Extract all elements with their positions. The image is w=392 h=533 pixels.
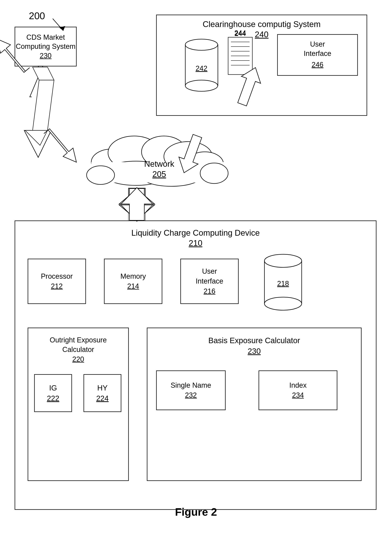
clearinghouse-number: 240	[156, 30, 367, 39]
svg-point-5	[185, 39, 218, 50]
svg-rect-35	[91, 162, 225, 183]
clearinghouse-title: Clearinghouse computig System	[156, 19, 367, 29]
svg-point-34	[140, 164, 203, 186]
cds-number: 230	[40, 51, 51, 60]
ui-216-number: 216	[204, 286, 215, 296]
svg-rect-16	[277, 34, 358, 75]
svg-marker-41	[174, 132, 207, 176]
ig-box: IG 222	[34, 374, 72, 412]
label-244: 244	[228, 30, 252, 38]
svg-point-31	[164, 142, 212, 171]
svg-marker-46	[121, 188, 153, 220]
outright-title: Outright Exposure Calculator 220	[28, 335, 129, 364]
single-name-box: Single Name 232	[156, 371, 225, 410]
svg-text:205: 205	[152, 170, 166, 179]
lccd-number: 210	[15, 238, 376, 248]
index-title: Index	[289, 380, 307, 390]
svg-marker-21	[24, 130, 51, 157]
lccd-title: Liquidity Charge Computing Device	[15, 228, 376, 237]
svg-marker-24	[33, 80, 54, 130]
svg-text:246: 246	[312, 61, 323, 69]
svg-rect-44	[129, 204, 145, 222]
svg-marker-27	[44, 125, 81, 166]
svg-marker-42	[119, 188, 154, 220]
svg-text:Network: Network	[144, 159, 174, 168]
hy-box: HY 224	[84, 374, 121, 412]
index-box: Index 234	[259, 371, 337, 410]
svg-point-29	[108, 136, 160, 170]
hy-number: 224	[96, 393, 109, 404]
svg-rect-22	[32, 96, 53, 131]
processor-box: Processor 212	[28, 259, 86, 304]
memory-box: Memory 214	[104, 259, 162, 304]
svg-text:218: 218	[277, 280, 289, 288]
svg-text:Interface: Interface	[304, 50, 331, 57]
single-name-title: Single Name	[171, 380, 211, 390]
svg-point-53	[264, 297, 302, 310]
svg-point-52	[264, 254, 302, 267]
cds-title-line1: CDS Market	[26, 33, 65, 42]
svg-marker-40	[232, 64, 265, 108]
cds-box: CDS Market Computing System 230	[15, 27, 76, 66]
cds-title-line2: Computing System	[16, 42, 75, 51]
svg-text:User: User	[310, 40, 325, 48]
processor-title: Processor	[41, 271, 73, 281]
memory-title: Memory	[120, 271, 146, 281]
ref-200-label: 200	[29, 10, 45, 21]
ui-216-title-line1: User	[202, 266, 217, 276]
svg-point-32	[186, 152, 224, 176]
hy-title: HY	[97, 383, 108, 393]
svg-point-37	[200, 163, 228, 184]
svg-marker-23	[33, 67, 54, 80]
ig-number: 222	[47, 393, 59, 404]
svg-point-6	[185, 80, 218, 91]
single-name-number: 232	[185, 390, 197, 400]
ui-216-box: User Interface 216	[181, 259, 238, 304]
svg-point-28	[91, 149, 132, 175]
index-number: 234	[292, 390, 304, 400]
svg-marker-25	[25, 130, 47, 145]
ui-216-title-line2: Interface	[196, 276, 223, 286]
svg-point-36	[87, 166, 115, 184]
svg-point-33	[103, 161, 169, 185]
svg-marker-43	[119, 189, 154, 221]
svg-marker-20	[30, 66, 51, 97]
basis-title: Basis Exposure Calculator 230	[147, 335, 361, 356]
svg-rect-51	[264, 261, 302, 304]
svg-text:242: 242	[196, 65, 207, 72]
processor-number: 212	[51, 281, 63, 291]
svg-marker-45	[121, 189, 153, 221]
memory-number: 214	[127, 281, 139, 291]
svg-point-30	[141, 136, 186, 168]
svg-rect-8	[228, 37, 252, 75]
diagram-container: 242 244 User Interface 246	[0, 0, 392, 533]
ig-title: IG	[49, 383, 57, 393]
figure-label: Figure 2	[0, 506, 392, 518]
svg-rect-4	[185, 45, 218, 86]
